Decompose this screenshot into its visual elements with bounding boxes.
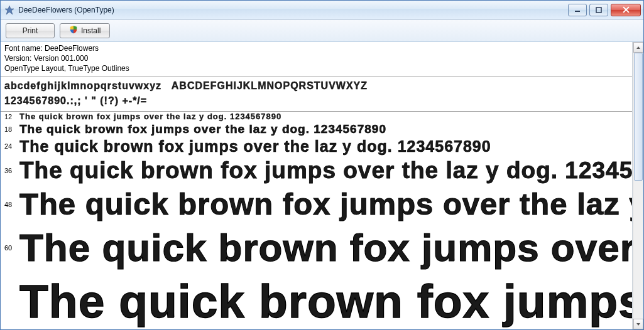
font-tech-line: OpenType Layout, TrueType Outlines <box>4 63 628 73</box>
sample-row-18: 18 The quick brown fox jumps over the la… <box>1 122 632 137</box>
sample-text: The quick brown fox jumps over the laz y… <box>19 272 633 329</box>
size-label: 12 <box>4 113 19 120</box>
glyph-line-numsym: 1234567890.:,; ' " (!?) +-*/= <box>4 93 628 109</box>
scroll-track[interactable] <box>633 53 643 319</box>
font-version-line: Version: Version 001.000 <box>4 53 628 63</box>
glyph-line-alpha: abcdefghijklmnopqrstuvwxyz ABCDEFGHIJKLM… <box>4 78 628 93</box>
sample-text: The quick brown fox jumps over the laz y… <box>19 223 633 272</box>
scroll-thumb[interactable] <box>634 53 643 181</box>
size-label: 18 <box>4 125 19 133</box>
glyph-lower: abcdefghijklmnopqrstuvwxyz <box>4 80 161 91</box>
glyph-upper: ABCDEFGHIJKLMNOPQRSTUVWXYZ <box>172 80 368 91</box>
close-button[interactable] <box>611 4 641 16</box>
font-meta: Font name: DeeDeeFlowers Version: Versio… <box>1 42 632 77</box>
sample-text: The quick brown fox jumps over the laz y… <box>19 137 491 156</box>
install-button-label: Install <box>81 26 101 35</box>
svg-rect-0 <box>575 11 580 12</box>
sample-text: The quick brown fox jumps over the laz y… <box>19 156 633 185</box>
content-area: Font name: DeeDeeFlowers Version: Versio… <box>1 42 633 329</box>
sample-row-72: The quick brown fox jumps over the laz y… <box>1 272 632 329</box>
sample-row-36: 36 The quick brown fox jumps over the la… <box>1 156 632 185</box>
shield-icon <box>69 25 78 36</box>
svg-rect-1 <box>596 8 601 13</box>
maximize-button[interactable] <box>589 4 608 16</box>
sample-row-12: 12 The quick brown fox jumps over the la… <box>1 112 632 122</box>
titlebar: DeeDeeFlowers (OpenType) <box>1 1 643 19</box>
size-label: 24 <box>4 142 19 150</box>
content-wrap: Font name: DeeDeeFlowers Version: Versio… <box>1 42 643 329</box>
sample-text: The quick brown fox jumps over the laz y… <box>19 112 281 122</box>
scroll-up-button[interactable] <box>633 42 643 53</box>
sample-row-48: 48 The quick brown fox jumps over the la… <box>1 185 632 223</box>
scroll-down-button[interactable] <box>633 319 643 329</box>
size-label: 60 <box>4 244 19 252</box>
size-label: 48 <box>4 201 19 208</box>
sample-text: The quick brown fox jumps over the laz y… <box>19 185 633 223</box>
size-label: 36 <box>4 167 19 174</box>
font-name-line: Font name: DeeDeeFlowers <box>4 43 628 53</box>
sample-text: The quick brown fox jumps over the laz y… <box>19 122 386 137</box>
install-button[interactable]: Install <box>60 23 110 38</box>
sample-row-24: 24 The quick brown fox jumps over the la… <box>1 137 632 156</box>
print-button[interactable]: Print <box>6 23 55 38</box>
toolbar: Print Install <box>1 19 643 42</box>
glyph-preview: abcdefghijklmnopqrstuvwxyz ABCDEFGHIJKLM… <box>1 77 632 112</box>
minimize-button[interactable] <box>568 4 587 16</box>
window-controls <box>568 4 642 16</box>
window-title: DeeDeeFlowers (OpenType) <box>18 6 568 14</box>
print-button-label: Print <box>23 26 38 35</box>
app-icon <box>4 5 14 15</box>
vertical-scrollbar[interactable] <box>633 42 643 329</box>
sample-row-60: 60 The quick brown fox jumps over the la… <box>1 223 632 272</box>
